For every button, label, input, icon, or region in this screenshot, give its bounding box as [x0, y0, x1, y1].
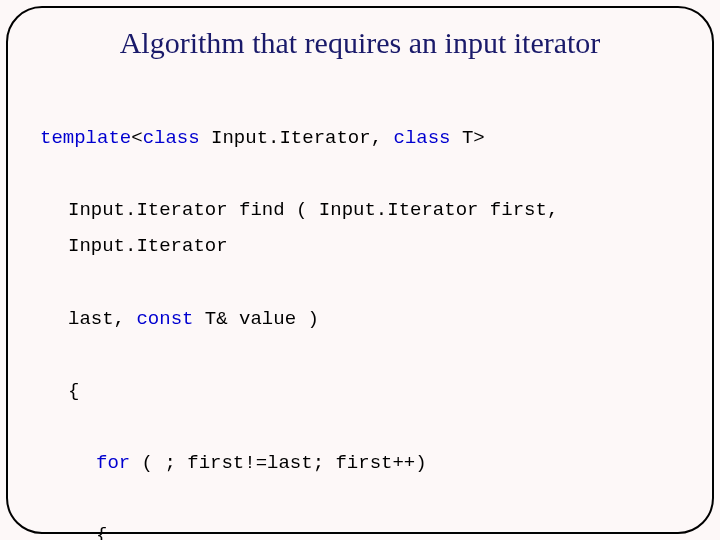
keyword-template: template: [40, 127, 131, 149]
code-line: {: [40, 373, 680, 409]
slide-frame: Algorithm that requires an input iterato…: [6, 6, 714, 534]
code-line: template<class Input.Iterator, class T>: [40, 120, 680, 156]
brace: {: [68, 380, 79, 402]
code-line: {: [40, 517, 680, 540]
code-text: ( ; first!=last; first++): [130, 452, 426, 474]
code-text: last,: [68, 308, 136, 330]
code-text: Input.Iterator find ( Input.Iterator fir…: [68, 199, 570, 257]
code-line: last, const T& value ): [40, 301, 680, 337]
keyword-class: class: [393, 127, 450, 149]
code-text: T& value ): [193, 308, 318, 330]
code-text: T>: [451, 127, 485, 149]
keyword-const: const: [136, 308, 193, 330]
code-text: Input.Iterator,: [200, 127, 394, 149]
code-line: for ( ; first!=last; first++): [40, 445, 680, 481]
code-text: <: [131, 127, 142, 149]
slide-title: Algorithm that requires an input iterato…: [40, 26, 680, 60]
keyword-for: for: [96, 452, 130, 474]
brace: {: [96, 524, 107, 540]
code-line: Input.Iterator find ( Input.Iterator fir…: [40, 192, 680, 264]
code-block: template<class Input.Iterator, class T> …: [40, 84, 680, 540]
keyword-class: class: [143, 127, 200, 149]
